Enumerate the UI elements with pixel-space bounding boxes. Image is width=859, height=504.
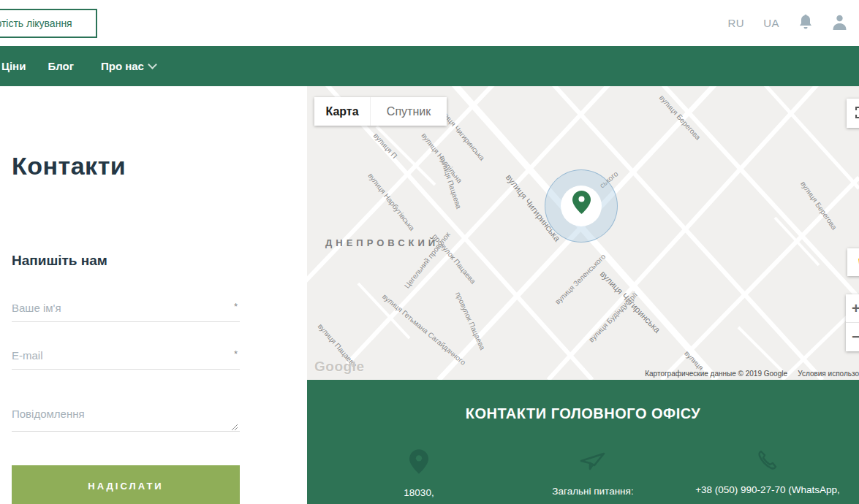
person-icon — [832, 14, 847, 33]
map-type-toggle: Карта Спутник — [314, 97, 447, 126]
satellite-view-button[interactable]: Спутник — [370, 97, 447, 126]
fullscreen-button[interactable] — [847, 99, 859, 128]
zoom-in-button[interactable]: + — [846, 294, 859, 323]
footer-phone-column: +38 (050) 990-27-70 (WhatsApp, — [676, 449, 859, 495]
send-button[interactable]: НАДІСЛАТИ — [12, 465, 240, 504]
email-field-wrap: * — [12, 343, 240, 370]
contact-form-section: Контакти Напишіть нам * * НАДІСЛАТИ — [0, 86, 307, 504]
footer-address-text: 18030, — [404, 487, 434, 498]
name-field-wrap: * — [12, 295, 240, 322]
treatment-cost-button[interactable]: Вартість лікування — [0, 9, 97, 38]
location-pin-icon — [409, 449, 428, 477]
nav-item-blog[interactable]: Блог — [48, 60, 74, 72]
district-label: ДНЕПРОВСКИЙ — [325, 237, 439, 248]
form-heading: Напишіть нам — [12, 253, 107, 269]
message-field[interactable] — [12, 408, 227, 429]
google-logo: Google — [314, 359, 364, 375]
phone-icon — [757, 449, 779, 474]
lang-ru-link[interactable]: RU — [727, 17, 744, 29]
zoom-out-button[interactable]: − — [846, 323, 859, 351]
required-asterisk: * — [234, 301, 238, 312]
nav-menu: Ціни Блог Про нас — [1, 46, 156, 86]
nav-item-about-label: Про нас — [101, 60, 144, 72]
main-navbar: Ціни Блог Про нас i 0 800 40 20 22 Перед… — [0, 46, 859, 86]
map-terms-link[interactable]: Условия использо — [798, 370, 859, 378]
contacts-page: Вартість лікування RU UA — [0, 0, 859, 504]
zoom-controls: + − — [846, 294, 859, 351]
page-title: Контакти — [12, 152, 126, 180]
footer-email-column: Загальні питання: — [502, 449, 684, 497]
account-button[interactable] — [832, 14, 847, 33]
email-field[interactable] — [12, 343, 227, 367]
lang-ua-link[interactable]: UA — [763, 17, 779, 29]
map-attribution: Картографические данные © 2019 Google — [645, 370, 787, 378]
google-map[interactable]: вулиця Чигиринська вулиця Надпільна вули… — [307, 86, 859, 380]
office-contacts-footer: КОНТАКТИ ГОЛОВНОГО ОФІСУ 18030, Загальні… — [307, 380, 859, 504]
required-asterisk: * — [234, 348, 238, 359]
pegman-icon[interactable] — [847, 248, 859, 276]
nav-item-about[interactable]: Про нас — [101, 60, 156, 72]
footer-phone-text[interactable]: +38 (050) 990-27-70 (WhatsApp, — [695, 484, 840, 495]
topbar-right: RU UA — [727, 0, 847, 46]
topbar: Вартість лікування RU UA — [0, 0, 859, 46]
nav-item-prices[interactable]: Ціни — [1, 60, 26, 72]
notifications-button[interactable] — [798, 14, 813, 33]
message-field-wrap — [12, 408, 240, 432]
paper-plane-icon — [580, 449, 606, 476]
footer-title: КОНТАКТИ ГОЛОВНОГО ОФІСУ — [307, 405, 859, 422]
resize-handle-icon[interactable] — [231, 421, 238, 428]
name-field[interactable] — [12, 295, 227, 320]
fullscreen-icon — [855, 110, 859, 121]
footer-questions-text: Загальні питання: — [552, 486, 633, 497]
bell-icon — [798, 14, 813, 33]
chevron-down-icon — [148, 60, 157, 69]
footer-address-column: 18030, — [328, 449, 510, 498]
map-marker-icon[interactable] — [572, 191, 591, 217]
map-view-button[interactable]: Карта — [314, 97, 370, 126]
